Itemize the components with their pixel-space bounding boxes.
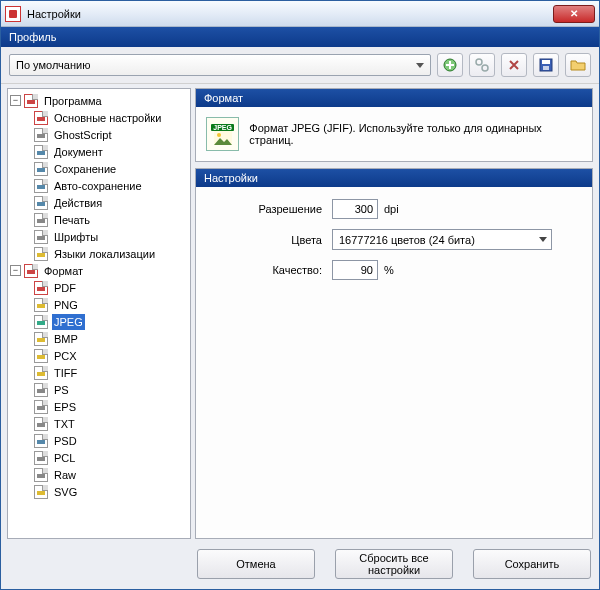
quality-unit: %	[384, 264, 394, 276]
file-icon	[33, 365, 49, 381]
tree-label: TIFF	[52, 365, 79, 381]
tree-item-psd[interactable]: PSD	[10, 432, 188, 449]
profile-select[interactable]: По умолчанию	[9, 54, 431, 76]
delete-profile-button[interactable]	[501, 53, 527, 77]
format-description: Формат JPEG (JFIF). Используйте только д…	[249, 122, 582, 146]
tree-label: Печать	[52, 212, 92, 228]
tree-label: Программа	[42, 93, 104, 109]
link-profile-button[interactable]	[469, 53, 495, 77]
resolution-label: Разрешение	[212, 203, 332, 215]
cancel-button[interactable]: Отмена	[197, 549, 315, 579]
tree-item-doc[interactable]: Документ	[10, 143, 188, 160]
tree-label: Шрифты	[52, 229, 100, 245]
tree-item-actions[interactable]: Действия	[10, 194, 188, 211]
settings-panel: Настройки Разрешение dpi Цвета 16777216 …	[195, 168, 593, 539]
chevron-down-icon	[416, 63, 424, 68]
save-profile-button[interactable]	[533, 53, 559, 77]
colors-label: Цвета	[212, 234, 332, 246]
close-button[interactable]	[553, 5, 595, 23]
colors-select[interactable]: 16777216 цветов (24 бита)	[332, 229, 552, 250]
tree-item-gs[interactable]: GhostScript	[10, 126, 188, 143]
dialog-buttons: Отмена Сбросить все настройки Сохранить	[1, 543, 599, 589]
open-folder-button[interactable]	[565, 53, 591, 77]
settings-window: Настройки Профиль По умолчанию −Программ…	[0, 0, 600, 590]
tree-item-eps[interactable]: EPS	[10, 398, 188, 415]
tree-item-svg[interactable]: SVG	[10, 483, 188, 500]
svg-point-2	[482, 65, 488, 71]
tree-item-txt[interactable]: TXT	[10, 415, 188, 432]
file-icon	[33, 382, 49, 398]
svg-rect-5	[543, 66, 549, 70]
tree-label: TXT	[52, 416, 77, 432]
tree-label: JPEG	[52, 314, 85, 330]
svg-point-1	[476, 59, 482, 65]
profile-select-value: По умолчанию	[16, 59, 90, 71]
tree-item-autosave[interactable]: Авто-сохранение	[10, 177, 188, 194]
file-icon	[33, 416, 49, 432]
tree-label: BMP	[52, 331, 80, 347]
collapse-icon[interactable]: −	[10, 95, 21, 106]
tree-item-pcx[interactable]: PCX	[10, 347, 188, 364]
file-icon	[33, 144, 49, 160]
tree-root-program[interactable]: −Программа	[10, 92, 188, 109]
profile-header: Профиль	[1, 27, 599, 47]
tree-item-lang[interactable]: Языки локализации	[10, 245, 188, 262]
add-profile-button[interactable]	[437, 53, 463, 77]
tree-root-format[interactable]: −Формат	[10, 262, 188, 279]
tree-item-bmp[interactable]: BMP	[10, 330, 188, 347]
tree-label: PDF	[52, 280, 78, 296]
file-icon	[33, 450, 49, 466]
tree-item-base[interactable]: Основные настройки	[10, 109, 188, 126]
svg-point-7	[217, 133, 221, 137]
tree-label: Действия	[52, 195, 104, 211]
file-icon	[33, 161, 49, 177]
reset-button[interactable]: Сбросить все настройки	[335, 549, 453, 579]
profile-row: По умолчанию	[1, 47, 599, 84]
tree-label: Сохранение	[52, 161, 118, 177]
app-root-icon	[23, 263, 39, 279]
tree-item-save[interactable]: Сохранение	[10, 160, 188, 177]
quality-input[interactable]	[332, 260, 378, 280]
tree-item-pcl[interactable]: PCL	[10, 449, 188, 466]
format-panel-title: Формат	[196, 89, 592, 107]
tree-item-png[interactable]: PNG	[10, 296, 188, 313]
resolution-input[interactable]	[332, 199, 378, 219]
tree-item-ps[interactable]: PS	[10, 381, 188, 398]
tree-label: Авто-сохранение	[52, 178, 144, 194]
file-icon	[33, 467, 49, 483]
tree-item-raw[interactable]: Raw	[10, 466, 188, 483]
tree-label: EPS	[52, 399, 78, 415]
tree-label: Документ	[52, 144, 105, 160]
chevron-down-icon	[539, 237, 547, 242]
file-icon	[33, 178, 49, 194]
settings-tree: −ПрограммаОсновные настройкиGhostScriptД…	[10, 92, 188, 500]
tree-label: Raw	[52, 467, 78, 483]
tree-label: Формат	[42, 263, 85, 279]
colors-value: 16777216 цветов (24 бита)	[339, 234, 475, 246]
file-icon	[33, 280, 49, 296]
tree-item-print[interactable]: Печать	[10, 211, 188, 228]
tree-label: PS	[52, 382, 71, 398]
file-icon	[33, 297, 49, 313]
collapse-icon[interactable]: −	[10, 265, 21, 276]
file-icon	[33, 314, 49, 330]
file-icon	[33, 127, 49, 143]
tree-label: PSD	[52, 433, 79, 449]
tree-label: Основные настройки	[52, 110, 163, 126]
file-icon	[33, 229, 49, 245]
tree-item-pdf[interactable]: PDF	[10, 279, 188, 296]
window-title: Настройки	[27, 8, 553, 20]
file-icon	[33, 348, 49, 364]
save-button[interactable]: Сохранить	[473, 549, 591, 579]
tree-item-jpeg[interactable]: JPEG	[10, 313, 188, 330]
tree-item-fonts[interactable]: Шрифты	[10, 228, 188, 245]
svg-rect-4	[542, 60, 550, 64]
tree-label: PNG	[52, 297, 80, 313]
tree-item-tiff[interactable]: TIFF	[10, 364, 188, 381]
tree-pane[interactable]: −ПрограммаОсновные настройкиGhostScriptД…	[7, 88, 191, 539]
format-panel: Формат JPEG Формат JPEG (JFIF). Использу…	[195, 88, 593, 162]
tree-label: Языки локализации	[52, 246, 157, 262]
quality-label: Качество:	[212, 264, 332, 276]
tree-label: PCL	[52, 450, 77, 466]
file-icon	[33, 484, 49, 500]
